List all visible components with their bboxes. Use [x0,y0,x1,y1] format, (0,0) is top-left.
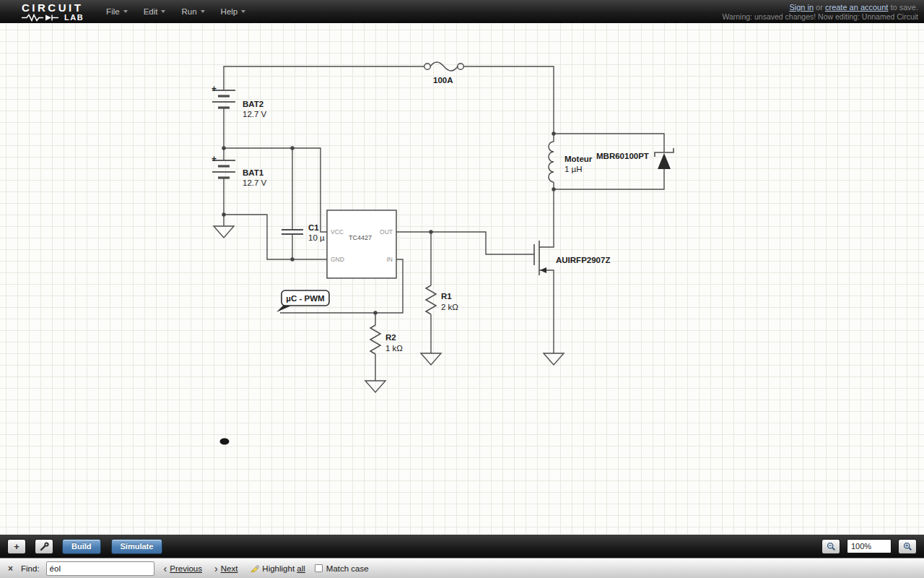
mouse-cursor [220,439,230,445]
wrench-icon [40,542,49,551]
menu-caret-icon [241,10,245,13]
bat1-value-label: 12.7 V [243,178,267,187]
highlighter-icon [250,564,259,573]
find-next-button[interactable]: › Next [212,562,240,575]
chevron-right-icon: › [214,564,218,574]
inductor-moteur[interactable]: Moteur 1 µH [549,142,593,182]
zoom-level-input[interactable] [847,539,892,553]
sign-in-link[interactable]: Sign in [789,3,814,12]
menu-edit[interactable]: Edit [136,0,174,23]
schematic-canvas[interactable]: + BAT2 12.7 V + BAT1 12.7 V [0,23,924,535]
match-case-checkbox[interactable] [315,564,323,572]
menu-caret-icon [123,10,128,13]
diode-mbr60100pt[interactable]: MBR60100PT [596,148,674,169]
ground-symbol-mosfet[interactable] [544,353,564,365]
mosfet-auirfp2907z[interactable]: AUIRFP2907Z [534,241,610,275]
highlight-all-label: Highlight all [262,564,305,573]
zoom-in-button[interactable] [898,539,917,554]
pin-out-label: OUT [380,228,393,236]
zoom-out-button[interactable] [821,539,840,554]
pin-vcc-label: VCC [331,228,344,236]
signin-text: to save. [888,3,918,12]
bat2-value-label: 12.7 V [243,110,267,118]
chevron-left-icon: ‹ [164,564,167,574]
c1-value-label: 10 µ [308,233,325,242]
bat2-name-label: BAT2 [243,100,263,108]
find-input[interactable] [46,561,154,576]
moteur-name-label: Moteur [565,155,593,163]
bat1-name-label: BAT1 [243,168,264,177]
signin-text: or [814,3,825,12]
schematic-svg: + BAT2 12.7 V + BAT1 12.7 V [0,23,924,535]
menu-caret-icon [161,10,165,13]
chip-name-label: TC4427 [349,234,372,241]
battery-bat1[interactable]: + BAT1 12.7 V [212,154,267,187]
r1-value-label: 2 kΩ [441,303,458,311]
match-case-label: Match case [326,564,369,573]
menubar: File Edit Run Help [98,0,253,23]
match-case-option[interactable]: Match case [315,564,369,573]
find-label: Find: [21,564,40,573]
bat1-plus-sign: + [212,154,217,164]
fuse-100a[interactable]: 100A [424,62,463,85]
diode-name-label: MBR60100PT [596,152,649,160]
account-area: Sign in or create an account to save. Wa… [722,3,924,21]
menu-help-label: Help [221,7,238,16]
circuitlab-logo[interactable]: CIRCUIT LAB [22,2,84,22]
c1-name-label: C1 [308,223,319,232]
create-account-link[interactable]: create an account [825,3,888,12]
find-previous-button[interactable]: ‹ Previous [161,562,205,575]
top-menubar: CIRCUIT LAB File Edit Run Help Sign in o… [0,0,924,23]
findbar: × Find: ‹ Previous › Next Highlight all … [0,558,924,578]
ground-symbol-r1[interactable] [421,353,441,365]
menu-run[interactable]: Run [173,0,212,23]
logo-text-circuit: CIRCUIT [22,2,84,13]
find-previous-label: Previous [170,564,202,573]
build-button[interactable]: Build [62,539,101,554]
battery-bat2[interactable]: + BAT2 12.7 V [212,84,267,118]
r2-name-label: R2 [385,333,396,342]
r2-value-label: 1 kΩ [385,344,403,353]
menu-help[interactable]: Help [213,0,254,23]
zoom-controls [821,539,917,554]
logo-text-lab: LAB [64,14,84,22]
bottom-toolbar: + Build Simulate [0,535,924,558]
add-component-button[interactable]: + [7,539,26,554]
magnifier-plus-icon [903,542,912,551]
menu-file-label: File [106,7,120,16]
ground-symbol-battery[interactable] [214,226,234,238]
resistor-r2[interactable]: R2 1 kΩ [370,325,403,354]
find-next-label: Next [221,564,238,573]
pwm-source-flag[interactable]: µC - PWM [276,290,329,312]
magnifier-minus-icon [827,542,836,551]
bat2-plus-sign: + [212,84,217,94]
pin-gnd-label: GND [331,256,344,263]
logo-waveform-icon [22,14,62,22]
ground-symbol-r2[interactable] [365,381,385,392]
resistor-r1[interactable]: R1 2 kΩ [426,285,458,314]
tools-button[interactable] [35,539,53,554]
simulate-button[interactable]: Simulate [111,539,163,554]
circuitlab-app: CIRCUIT LAB File Edit Run Help Sign in o… [0,0,924,578]
moteur-value-label: 1 µH [565,165,583,173]
menu-caret-icon [201,10,205,13]
fuse-value-label: 100A [433,76,453,85]
mosfet-name-label: AUIRFP2907Z [556,256,610,264]
schematic-wires[interactable] [224,66,664,381]
highlight-all-button[interactable]: Highlight all [247,562,308,574]
plus-icon: + [14,541,19,552]
findbar-close-icon[interactable]: × [6,564,14,574]
unsaved-warning-text: Warning: unsaved changes! Now editing: U… [722,12,918,21]
menu-edit-label: Edit [144,7,158,16]
signin-line: Sign in or create an account to save. [722,3,918,12]
menu-file[interactable]: File [98,0,136,23]
pin-in-label: IN [387,256,393,263]
ic-tc4427[interactable]: VCC OUT GND IN TC4427 [327,210,396,278]
capacitor-c1[interactable]: C1 10 µ [282,223,325,242]
r1-name-label: R1 [441,292,452,301]
menu-run-label: Run [181,7,196,16]
pwm-label: µC - PWM [286,294,324,303]
